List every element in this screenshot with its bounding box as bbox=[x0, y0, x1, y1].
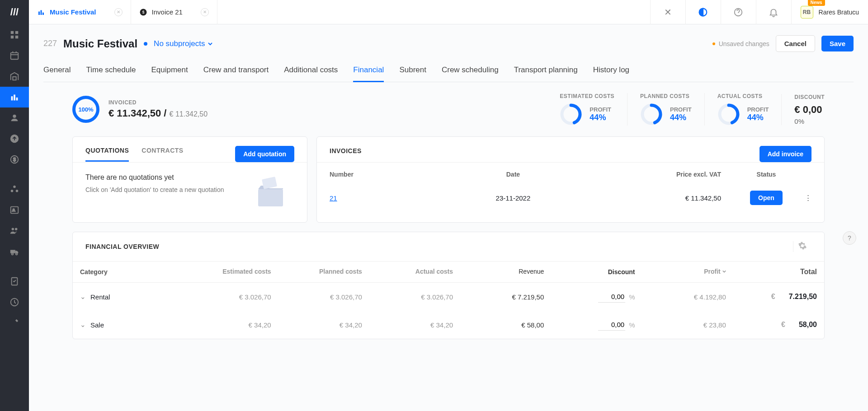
nav-tab-transport-planning[interactable]: Transport planning bbox=[514, 60, 578, 82]
news-badge: News bbox=[808, 0, 825, 6]
th-actual: Actual costs bbox=[362, 268, 453, 276]
chevron-down-icon[interactable]: ⌄ bbox=[80, 293, 86, 301]
tab-title: Music Festival bbox=[50, 8, 96, 16]
sidebar-item-tasks[interactable] bbox=[0, 271, 29, 292]
sidebar-item-transport[interactable] bbox=[0, 241, 29, 262]
sidebar: /// $ bbox=[0, 0, 29, 411]
tab-contracts[interactable]: CONTRACTS bbox=[142, 147, 183, 162]
svg-rect-0 bbox=[11, 31, 14, 34]
gear-icon[interactable] bbox=[793, 241, 811, 252]
svg-rect-2 bbox=[11, 36, 14, 38]
invoiced-circle: 100% bbox=[72, 96, 99, 123]
sidebar-item-time[interactable] bbox=[0, 292, 29, 313]
sidebar-item-calendar[interactable] bbox=[0, 45, 29, 66]
profit-label: PROFIT bbox=[670, 106, 692, 113]
pct-label: % bbox=[629, 321, 635, 329]
invoices-card: INVOICES Add invoice Number Date Price e… bbox=[316, 136, 825, 223]
invoice-number-link[interactable]: 21 bbox=[330, 194, 337, 202]
svg-text:$: $ bbox=[142, 10, 144, 14]
profit-pct: 44% bbox=[590, 113, 611, 122]
profit-label: PROFIT bbox=[747, 106, 769, 113]
sidebar-item-money[interactable]: $ bbox=[0, 149, 29, 170]
empty-title: There are no quotations yet bbox=[85, 173, 224, 182]
svg-point-21 bbox=[12, 228, 14, 231]
theme-icon[interactable] bbox=[685, 0, 721, 24]
subprojects-dropdown[interactable]: No subprojects bbox=[154, 39, 212, 48]
stat-label: PLANNED COSTS bbox=[640, 93, 692, 99]
invoiced-label: INVOICED bbox=[108, 99, 208, 106]
invoiced-value: € 11.342,50 / € 11.342,50 bbox=[108, 107, 208, 119]
close-icon[interactable]: ✕ bbox=[201, 8, 209, 16]
chevron-down-icon[interactable]: ⌄ bbox=[80, 321, 86, 329]
app-logo: /// bbox=[0, 0, 29, 24]
svg-rect-11 bbox=[16, 98, 18, 100]
sidebar-item-projects[interactable] bbox=[0, 87, 29, 107]
revenue: € 58,00 bbox=[453, 321, 544, 329]
nav-tab-general[interactable]: General bbox=[43, 60, 71, 82]
financial-overview-card: FINANCIAL OVERVIEW Category Estimated co… bbox=[72, 232, 825, 339]
svg-point-24 bbox=[12, 253, 14, 255]
tab-invoice[interactable]: $ Invoice 21 ✕ bbox=[131, 0, 217, 24]
sidebar-item-account[interactable] bbox=[0, 107, 29, 128]
nav-tab-equipment[interactable]: Equipment bbox=[151, 60, 188, 82]
nav-tab-history-log[interactable]: History log bbox=[593, 60, 629, 82]
open-button[interactable]: Open bbox=[750, 191, 783, 205]
tab-project[interactable]: Music Festival ✕ bbox=[29, 0, 131, 24]
page-header: 227 Music Festival No subprojects Unsave… bbox=[43, 35, 854, 52]
financial-title: FINANCIAL OVERVIEW bbox=[85, 243, 159, 250]
folder-icon bbox=[249, 173, 294, 210]
more-icon[interactable]: ⋮ bbox=[805, 194, 811, 201]
user-menu[interactable]: News RB Rares Bratucu bbox=[791, 0, 868, 24]
svg-point-18 bbox=[16, 190, 19, 192]
svg-rect-42 bbox=[262, 177, 277, 189]
close-button[interactable]: ✕ bbox=[650, 0, 685, 24]
tabs-nav: GeneralTime scheduleEquipmentCrew and tr… bbox=[43, 60, 854, 82]
close-icon[interactable]: ✕ bbox=[114, 8, 123, 16]
svg-rect-10 bbox=[14, 95, 15, 101]
save-button[interactable]: Save bbox=[821, 36, 854, 51]
revenue: € 7.219,50 bbox=[453, 293, 544, 301]
project-number: 227 bbox=[43, 39, 57, 48]
nav-tab-crew-and-transport[interactable]: Crew and transport bbox=[203, 60, 269, 82]
nav-tab-crew-scheduling[interactable]: Crew scheduling bbox=[442, 60, 499, 82]
user-name: Rares Bratucu bbox=[819, 9, 859, 16]
page-title: Music Festival bbox=[63, 37, 137, 50]
bell-icon[interactable] bbox=[756, 0, 791, 24]
profit-arc bbox=[640, 103, 663, 126]
dollar-icon: $ bbox=[139, 8, 147, 16]
help-fab[interactable]: ? bbox=[843, 231, 856, 245]
add-quotation-button[interactable]: Add quotation bbox=[235, 146, 294, 162]
topbar: Music Festival ✕ $ Invoice 21 ✕ ✕ News R… bbox=[29, 0, 868, 24]
svg-rect-41 bbox=[258, 189, 283, 206]
chart-icon bbox=[37, 8, 45, 16]
avatar: RB bbox=[801, 6, 813, 19]
sidebar-item-crew[interactable] bbox=[0, 220, 29, 241]
sidebar-item-dashboard[interactable] bbox=[0, 24, 29, 45]
stat-label: ACTUAL COSTS bbox=[717, 93, 769, 99]
th-profit[interactable]: Profit bbox=[635, 268, 726, 276]
help-icon[interactable] bbox=[721, 0, 756, 24]
sidebar-item-transfer[interactable] bbox=[0, 128, 29, 149]
th-price: Price excl. VAT bbox=[574, 171, 739, 178]
svg-point-22 bbox=[15, 228, 17, 231]
nav-tab-financial[interactable]: Financial bbox=[353, 60, 384, 82]
financial-row: ⌄Sale € 34,20 € 34,20 € 34,20 € 58,00 % … bbox=[73, 311, 824, 339]
discount-input[interactable] bbox=[598, 319, 625, 331]
svg-rect-4 bbox=[11, 53, 19, 60]
th-number: Number bbox=[330, 171, 452, 178]
nav-tab-subrent[interactable]: Subrent bbox=[399, 60, 426, 82]
sidebar-item-contact[interactable] bbox=[0, 200, 29, 220]
cancel-button[interactable]: Cancel bbox=[776, 35, 815, 52]
total: €7.219,50 bbox=[726, 293, 817, 301]
add-invoice-button[interactable]: Add invoice bbox=[760, 146, 811, 162]
discount-input[interactable] bbox=[598, 291, 625, 303]
sidebar-item-settings[interactable] bbox=[0, 313, 29, 333]
tab-quotations[interactable]: QUOTATIONS bbox=[85, 147, 129, 162]
nav-tab-time-schedule[interactable]: Time schedule bbox=[86, 60, 136, 82]
financial-row: ⌄Rental € 3.026,70 € 3.026,70 € 3.026,70… bbox=[73, 283, 824, 311]
invoices-title: INVOICES bbox=[330, 147, 362, 161]
sidebar-item-org[interactable] bbox=[0, 179, 29, 200]
nav-tab-additional-costs[interactable]: Additional costs bbox=[284, 60, 338, 82]
stat-label: ESTIMATED COSTS bbox=[560, 93, 614, 99]
sidebar-item-warehouse[interactable] bbox=[0, 66, 29, 87]
